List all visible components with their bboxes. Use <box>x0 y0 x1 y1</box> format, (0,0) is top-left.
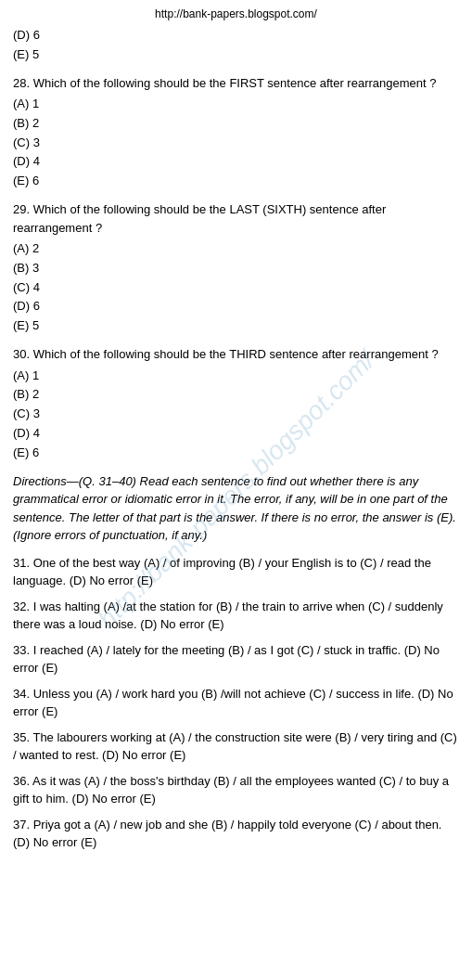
inline-question-37: 37. Priya got a (A) / new job and she (B… <box>13 816 459 852</box>
inline-question-36: 36. As it was (A) / the boss's birthday … <box>13 772 459 808</box>
option-d6: (D) 6 <box>13 26 459 45</box>
directions-text: Directions—(Q. 31–40) Read each sentence… <box>13 474 456 543</box>
question-30: 30. Which of the following should be the… <box>13 345 459 462</box>
question-30-option-0: (A) 1 <box>13 367 459 386</box>
question-28: 28. Which of the following should be the… <box>13 74 459 191</box>
question-29-option-1: (B) 3 <box>13 259 459 278</box>
inline-question-33: 33. I reached (A) / lately for the meeti… <box>13 641 459 677</box>
question-28-option-0: (A) 1 <box>13 95 459 114</box>
inline-questions-container: 31. One of the best way (A) / of improvi… <box>13 554 459 852</box>
question-30-option-3: (D) 4 <box>13 424 459 444</box>
question-28-text: 28. Which of the following should be the… <box>13 74 459 93</box>
question-29-option-2: (C) 4 <box>13 278 459 298</box>
question-28-option-1: (B) 2 <box>13 114 459 134</box>
question-28-option-3: (D) 4 <box>13 152 459 172</box>
question-29-option-4: (E) 5 <box>13 316 459 336</box>
option-e5: (E) 5 <box>13 45 459 65</box>
questions-container: 28. Which of the following should be the… <box>13 74 459 463</box>
question-30-option-4: (E) 6 <box>13 444 459 463</box>
directions-block: Directions—(Q. 31–40) Read each sentence… <box>13 472 459 545</box>
question-29-text: 29. Which of the following should be the… <box>13 200 459 237</box>
inline-question-31: 31. One of the best way (A) / of improvi… <box>13 554 459 590</box>
header-url: http://bank-papers.blogspot.com/ <box>13 7 459 20</box>
intro-options: (D) 6 (E) 5 <box>13 26 459 65</box>
inline-question-32: 32. I was halting (A) /at the station fo… <box>13 598 459 634</box>
question-30-option-2: (C) 3 <box>13 405 459 424</box>
inline-question-34: 34. Unless you (A) / work hard you (B) /… <box>13 685 459 721</box>
question-29-option-3: (D) 6 <box>13 297 459 316</box>
question-28-option-2: (C) 3 <box>13 134 459 153</box>
question-29: 29. Which of the following should be the… <box>13 200 459 336</box>
question-29-option-0: (A) 2 <box>13 239 459 259</box>
question-30-option-1: (B) 2 <box>13 385 459 405</box>
inline-question-35: 35. The labourers working at (A) / the c… <box>13 729 459 765</box>
question-30-text: 30. Which of the following should be the… <box>13 345 459 364</box>
question-28-option-4: (E) 6 <box>13 172 459 191</box>
